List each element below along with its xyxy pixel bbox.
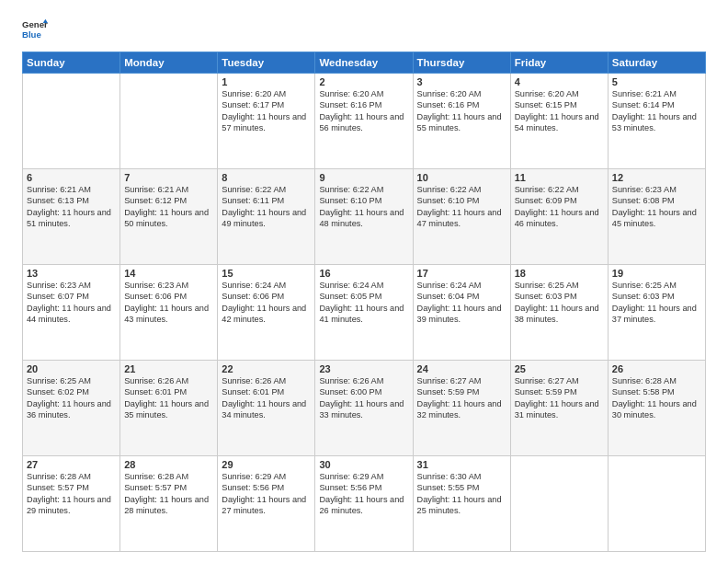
calendar-cell: 15Sunrise: 6:24 AM Sunset: 6:06 PM Dayli… bbox=[218, 265, 315, 361]
calendar-cell: 29Sunrise: 6:29 AM Sunset: 5:56 PM Dayli… bbox=[218, 456, 315, 552]
cell-content: Sunrise: 6:29 AM Sunset: 5:56 PM Dayligh… bbox=[319, 471, 408, 517]
calendar-cell: 21Sunrise: 6:26 AM Sunset: 6:01 PM Dayli… bbox=[120, 361, 218, 456]
cell-content: Sunrise: 6:23 AM Sunset: 6:06 PM Dayligh… bbox=[124, 280, 213, 326]
cell-content: Sunrise: 6:26 AM Sunset: 6:01 PM Dayligh… bbox=[222, 375, 311, 421]
cell-content: Sunrise: 6:26 AM Sunset: 6:00 PM Dayligh… bbox=[319, 375, 408, 421]
day-number: 17 bbox=[417, 268, 506, 279]
calendar-cell: 2Sunrise: 6:20 AM Sunset: 6:16 PM Daylig… bbox=[315, 74, 413, 169]
day-number: 16 bbox=[319, 268, 408, 279]
calendar-cell: 19Sunrise: 6:25 AM Sunset: 6:03 PM Dayli… bbox=[608, 265, 705, 361]
day-number: 13 bbox=[27, 268, 116, 279]
cell-content: Sunrise: 6:30 AM Sunset: 5:55 PM Dayligh… bbox=[417, 471, 506, 517]
calendar-cell: 30Sunrise: 6:29 AM Sunset: 5:56 PM Dayli… bbox=[315, 456, 413, 552]
calendar-cell: 18Sunrise: 6:25 AM Sunset: 6:03 PM Dayli… bbox=[510, 265, 608, 361]
week-row-3: 20Sunrise: 6:25 AM Sunset: 6:02 PM Dayli… bbox=[23, 361, 706, 456]
cell-content: Sunrise: 6:27 AM Sunset: 5:59 PM Dayligh… bbox=[417, 375, 506, 421]
day-number: 24 bbox=[417, 363, 506, 374]
day-number: 10 bbox=[417, 172, 506, 183]
calendar-cell: 25Sunrise: 6:27 AM Sunset: 5:59 PM Dayli… bbox=[510, 361, 608, 456]
calendar-cell: 8Sunrise: 6:22 AM Sunset: 6:11 PM Daylig… bbox=[218, 169, 315, 265]
cell-content: Sunrise: 6:23 AM Sunset: 6:08 PM Dayligh… bbox=[612, 184, 701, 230]
day-number: 23 bbox=[319, 363, 408, 374]
cell-content: Sunrise: 6:23 AM Sunset: 6:07 PM Dayligh… bbox=[27, 280, 116, 326]
calendar-cell: 23Sunrise: 6:26 AM Sunset: 6:00 PM Dayli… bbox=[315, 361, 413, 456]
cell-content: Sunrise: 6:25 AM Sunset: 6:03 PM Dayligh… bbox=[515, 280, 604, 326]
weekday-header-saturday: Saturday bbox=[608, 52, 705, 74]
day-number: 30 bbox=[319, 459, 408, 470]
calendar-cell: 4Sunrise: 6:20 AM Sunset: 6:15 PM Daylig… bbox=[510, 74, 608, 169]
weekday-header-wednesday: Wednesday bbox=[315, 52, 413, 74]
calendar-cell: 16Sunrise: 6:24 AM Sunset: 6:05 PM Dayli… bbox=[315, 265, 413, 361]
calendar-cell bbox=[120, 74, 218, 169]
weekday-header-friday: Friday bbox=[510, 52, 608, 74]
cell-content: Sunrise: 6:20 AM Sunset: 6:16 PM Dayligh… bbox=[319, 88, 408, 134]
day-number: 15 bbox=[222, 268, 311, 279]
cell-content: Sunrise: 6:22 AM Sunset: 6:11 PM Dayligh… bbox=[222, 184, 311, 230]
day-number: 18 bbox=[515, 268, 604, 279]
calendar-cell: 20Sunrise: 6:25 AM Sunset: 6:02 PM Dayli… bbox=[23, 361, 120, 456]
cell-content: Sunrise: 6:21 AM Sunset: 6:13 PM Dayligh… bbox=[27, 184, 116, 230]
calendar-cell bbox=[23, 74, 120, 169]
calendar-cell: 28Sunrise: 6:28 AM Sunset: 5:57 PM Dayli… bbox=[120, 456, 218, 552]
day-number: 14 bbox=[124, 268, 213, 279]
day-number: 4 bbox=[515, 76, 604, 87]
cell-content: Sunrise: 6:20 AM Sunset: 6:16 PM Dayligh… bbox=[417, 88, 506, 134]
day-number: 27 bbox=[27, 459, 116, 470]
calendar-cell: 3Sunrise: 6:20 AM Sunset: 6:16 PM Daylig… bbox=[413, 74, 510, 169]
calendar-cell: 13Sunrise: 6:23 AM Sunset: 6:07 PM Dayli… bbox=[23, 265, 120, 361]
day-number: 22 bbox=[222, 363, 311, 374]
week-row-4: 27Sunrise: 6:28 AM Sunset: 5:57 PM Dayli… bbox=[23, 456, 706, 552]
header: General Blue bbox=[22, 17, 706, 42]
day-number: 3 bbox=[417, 76, 506, 87]
cell-content: Sunrise: 6:20 AM Sunset: 6:17 PM Dayligh… bbox=[222, 88, 311, 134]
calendar-cell: 10Sunrise: 6:22 AM Sunset: 6:10 PM Dayli… bbox=[413, 169, 510, 265]
day-number: 12 bbox=[612, 172, 701, 183]
cell-content: Sunrise: 6:27 AM Sunset: 5:59 PM Dayligh… bbox=[515, 375, 604, 421]
cell-content: Sunrise: 6:25 AM Sunset: 6:03 PM Dayligh… bbox=[612, 280, 701, 326]
calendar-cell bbox=[608, 456, 705, 552]
day-number: 19 bbox=[612, 268, 701, 279]
cell-content: Sunrise: 6:28 AM Sunset: 5:57 PM Dayligh… bbox=[124, 471, 213, 517]
calendar-cell: 27Sunrise: 6:28 AM Sunset: 5:57 PM Dayli… bbox=[23, 456, 120, 552]
calendar-cell: 12Sunrise: 6:23 AM Sunset: 6:08 PM Dayli… bbox=[608, 169, 705, 265]
calendar-cell: 1Sunrise: 6:20 AM Sunset: 6:17 PM Daylig… bbox=[218, 74, 315, 169]
cell-content: Sunrise: 6:21 AM Sunset: 6:12 PM Dayligh… bbox=[124, 184, 213, 230]
weekday-header-monday: Monday bbox=[120, 52, 218, 74]
logo: General Blue bbox=[22, 17, 48, 42]
day-number: 25 bbox=[515, 363, 604, 374]
day-number: 6 bbox=[27, 172, 116, 183]
day-number: 9 bbox=[319, 172, 408, 183]
weekday-header-sunday: Sunday bbox=[23, 52, 120, 74]
calendar-cell bbox=[510, 456, 608, 552]
weekday-header-tuesday: Tuesday bbox=[218, 52, 315, 74]
cell-content: Sunrise: 6:25 AM Sunset: 6:02 PM Dayligh… bbox=[27, 375, 116, 421]
svg-text:General: General bbox=[22, 19, 48, 29]
calendar-cell: 26Sunrise: 6:28 AM Sunset: 5:58 PM Dayli… bbox=[608, 361, 705, 456]
cell-content: Sunrise: 6:26 AM Sunset: 6:01 PM Dayligh… bbox=[124, 375, 213, 421]
cell-content: Sunrise: 6:20 AM Sunset: 6:15 PM Dayligh… bbox=[515, 88, 604, 134]
day-number: 7 bbox=[124, 172, 213, 183]
day-number: 28 bbox=[124, 459, 213, 470]
cell-content: Sunrise: 6:24 AM Sunset: 6:06 PM Dayligh… bbox=[222, 280, 311, 326]
day-number: 1 bbox=[222, 76, 311, 87]
cell-content: Sunrise: 6:22 AM Sunset: 6:10 PM Dayligh… bbox=[417, 184, 506, 230]
weekday-header-row: SundayMondayTuesdayWednesdayThursdayFrid… bbox=[23, 52, 706, 74]
calendar-cell: 11Sunrise: 6:22 AM Sunset: 6:09 PM Dayli… bbox=[510, 169, 608, 265]
day-number: 2 bbox=[319, 76, 408, 87]
calendar-cell: 6Sunrise: 6:21 AM Sunset: 6:13 PM Daylig… bbox=[23, 169, 120, 265]
cell-content: Sunrise: 6:24 AM Sunset: 6:05 PM Dayligh… bbox=[319, 280, 408, 326]
calendar-cell: 14Sunrise: 6:23 AM Sunset: 6:06 PM Dayli… bbox=[120, 265, 218, 361]
day-number: 20 bbox=[27, 363, 116, 374]
calendar-cell: 31Sunrise: 6:30 AM Sunset: 5:55 PM Dayli… bbox=[413, 456, 510, 552]
day-number: 29 bbox=[222, 459, 311, 470]
calendar-cell: 9Sunrise: 6:22 AM Sunset: 6:10 PM Daylig… bbox=[315, 169, 413, 265]
cell-content: Sunrise: 6:21 AM Sunset: 6:14 PM Dayligh… bbox=[612, 88, 701, 134]
cell-content: Sunrise: 6:22 AM Sunset: 6:10 PM Dayligh… bbox=[319, 184, 408, 230]
logo-icon: General Blue bbox=[22, 17, 48, 42]
day-number: 26 bbox=[612, 363, 701, 374]
calendar-cell: 24Sunrise: 6:27 AM Sunset: 5:59 PM Dayli… bbox=[413, 361, 510, 456]
cell-content: Sunrise: 6:29 AM Sunset: 5:56 PM Dayligh… bbox=[222, 471, 311, 517]
day-number: 11 bbox=[515, 172, 604, 183]
cell-content: Sunrise: 6:28 AM Sunset: 5:58 PM Dayligh… bbox=[612, 375, 701, 421]
day-number: 5 bbox=[612, 76, 701, 87]
